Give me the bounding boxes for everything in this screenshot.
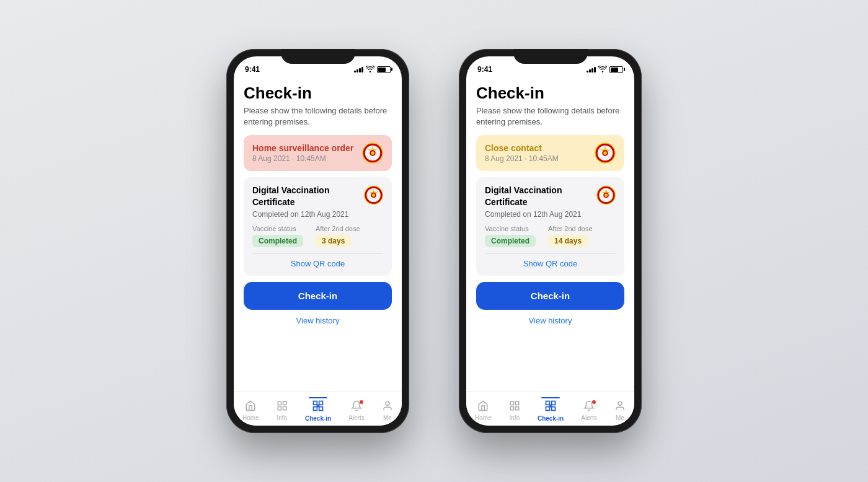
page-title-1: Check-in	[244, 84, 392, 103]
vacc-header-1: Digital Vaccination Certificate	[252, 185, 383, 207]
nav-active-bar-1	[309, 397, 327, 398]
nav-checkin-2[interactable]: Check-in	[538, 397, 564, 422]
phone-1: 9:41	[226, 49, 409, 433]
nav-home-1[interactable]: Home	[242, 398, 259, 421]
notch-2	[513, 49, 588, 64]
view-history-2[interactable]: View history	[476, 316, 624, 325]
alert-title-1: Home surveillance order	[252, 143, 353, 153]
vaccine-status-group-2: Vaccine status Completed	[485, 225, 536, 247]
svg-rect-12	[283, 407, 286, 410]
nav-info-1[interactable]: Info	[277, 398, 288, 421]
nav-me-1[interactable]: Me	[382, 398, 393, 421]
after-dose-group-1: After 2nd dose 3 days	[316, 225, 360, 247]
alert-title-2: Close contact	[485, 143, 559, 153]
phone-2: 9:41	[459, 49, 642, 433]
after-dose-label-2: After 2nd dose	[548, 225, 593, 232]
svg-point-4	[371, 152, 374, 156]
content-1: Check-in Please show the following detai…	[234, 79, 402, 392]
alert-date-2: 8 Aug 2021 · 10:45AM	[485, 154, 559, 163]
svg-rect-31	[510, 401, 513, 405]
vacc-card-2: Digital Vaccination Certificate Complete…	[476, 177, 624, 275]
me-icon-1	[382, 400, 393, 414]
svg-rect-11	[283, 401, 286, 405]
battery-icon-2	[609, 66, 623, 73]
svg-rect-14	[314, 401, 317, 405]
page-subtitle-2: Please show the following details before…	[476, 105, 624, 128]
after-dose-badge-2: 14 days	[548, 235, 588, 247]
alert-date-1: 8 Aug 2021 · 10:45AM	[252, 154, 353, 163]
home-icon-2	[477, 400, 489, 414]
signal-icon-2	[587, 66, 596, 72]
checkin-icon-2	[544, 400, 557, 415]
nav-info-2[interactable]: Info	[509, 398, 520, 421]
malaysia-crest-vacc-2	[596, 185, 616, 206]
info-icon-1	[277, 400, 288, 414]
vacc-header-2: Digital Vaccination Certificate	[485, 185, 616, 207]
content-2: Check-in Please show the following detai…	[466, 79, 634, 392]
vaccine-status-badge-1: Completed	[252, 235, 303, 247]
notch-1	[281, 49, 355, 64]
nav-checkin-label-2: Check-in	[538, 415, 564, 422]
alerts-icon-2	[583, 400, 595, 414]
page-subtitle-1: Please show the following details before…	[244, 105, 392, 128]
info-icon-2	[509, 400, 520, 414]
svg-rect-38	[546, 407, 550, 411]
after-dose-label-1: After 2nd dose	[316, 225, 360, 232]
home-icon-1	[245, 400, 256, 414]
nav-alerts-2[interactable]: Alerts	[581, 398, 597, 421]
vacc-status-row-2: Vaccine status Completed After 2nd dose …	[485, 225, 616, 247]
svg-rect-10	[278, 401, 281, 405]
nav-alerts-1[interactable]: Alerts	[348, 398, 365, 421]
nav-info-label-1: Info	[277, 414, 287, 421]
svg-rect-16	[319, 407, 323, 411]
vaccine-status-group-1: Vaccine status Completed	[252, 225, 303, 247]
svg-rect-37	[552, 407, 556, 411]
vacc-card-1: Digital Vaccination Certificate Complete…	[244, 177, 392, 275]
malaysia-crest-2	[595, 142, 616, 164]
bottom-nav-1: Home Info	[234, 392, 402, 426]
svg-rect-32	[515, 401, 518, 405]
svg-rect-35	[546, 401, 550, 405]
svg-point-30	[604, 194, 608, 197]
svg-rect-36	[552, 401, 556, 405]
nav-me-2[interactable]: Me	[614, 398, 626, 421]
signal-icon-1	[354, 66, 363, 72]
alert-dot-2	[592, 400, 596, 404]
checkin-button-1[interactable]: Check-in	[244, 282, 392, 310]
vacc-date-1: Completed on 12th Aug 2021	[252, 210, 383, 219]
svg-rect-33	[515, 407, 518, 410]
battery-icon-1	[377, 66, 391, 73]
nav-me-label-2: Me	[616, 414, 624, 421]
bottom-nav-2: Home Info	[466, 392, 634, 426]
me-icon-2	[614, 400, 626, 414]
wifi-icon-1	[366, 66, 374, 74]
svg-rect-15	[319, 401, 323, 405]
vacc-status-row-1: Vaccine status Completed After 2nd dose …	[252, 225, 383, 247]
nav-home-label-1: Home	[242, 414, 259, 421]
after-dose-badge-1: 3 days	[316, 235, 351, 247]
phone-1-screen: 9:41	[234, 56, 402, 426]
nav-checkin-1[interactable]: Check-in	[305, 397, 331, 422]
nav-active-bar-2	[541, 397, 560, 398]
alert-dot-1	[360, 400, 363, 404]
status-icons-2	[587, 66, 623, 74]
show-qr-1[interactable]: Show QR code	[252, 253, 383, 268]
show-qr-2[interactable]: Show QR code	[485, 253, 616, 268]
vacc-date-2: Completed on 12th Aug 2021	[485, 210, 616, 219]
nav-home-2[interactable]: Home	[475, 398, 492, 421]
svg-rect-13	[278, 407, 281, 410]
malaysia-crest-vacc-1	[364, 185, 383, 206]
page-title-2: Check-in	[476, 84, 624, 103]
status-time-1: 9:41	[245, 65, 260, 74]
nav-alerts-label-2: Alerts	[581, 414, 597, 421]
alerts-icon-1	[351, 400, 362, 414]
status-icons-1	[354, 66, 391, 74]
status-time-2: 9:41	[477, 65, 492, 74]
checkin-button-2[interactable]: Check-in	[476, 282, 624, 310]
vaccine-status-label-2: Vaccine status	[485, 225, 536, 232]
wifi-icon-2	[598, 66, 607, 74]
view-history-1[interactable]: View history	[244, 316, 392, 325]
nav-me-label-1: Me	[383, 414, 392, 421]
vacc-title-2: Digital Vaccination Certificate	[485, 185, 596, 207]
nav-home-label-2: Home	[475, 414, 492, 421]
